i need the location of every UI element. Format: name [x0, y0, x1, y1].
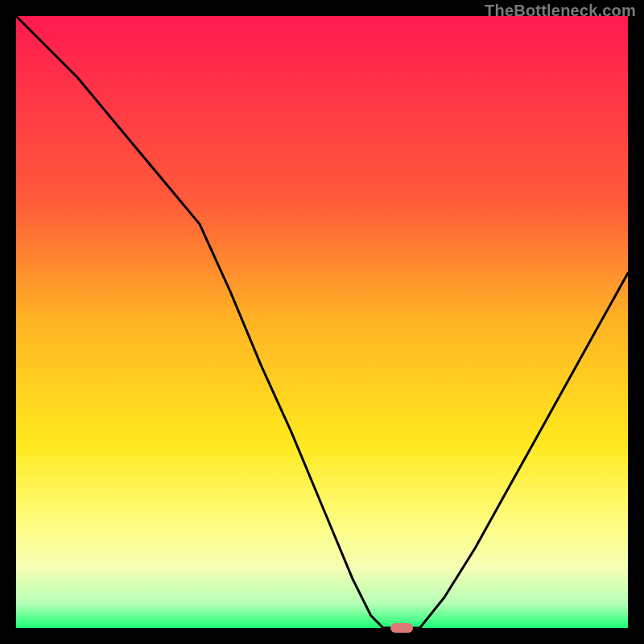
- gradient-background: [16, 16, 628, 628]
- chart-svg: [16, 16, 628, 628]
- watermark-label: TheBottleneck.com: [485, 2, 636, 20]
- plot-area: [16, 16, 628, 628]
- chart-frame: TheBottleneck.com: [0, 0, 644, 644]
- optimal-point-marker: [390, 623, 413, 633]
